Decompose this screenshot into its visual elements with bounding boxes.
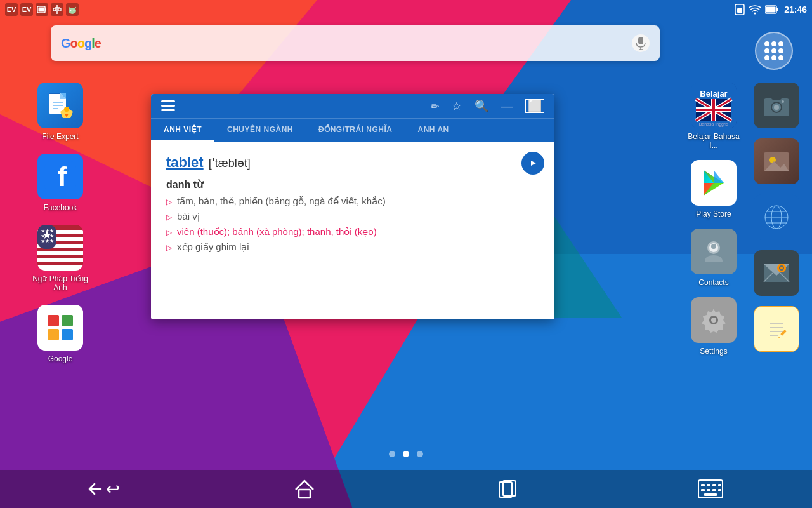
status-icon-ev1: EV — [5, 3, 18, 16]
svg-rect-105 — [499, 482, 512, 497]
svg-rect-110 — [712, 484, 716, 486]
svg-rect-109 — [707, 484, 710, 486]
svg-point-69 — [711, 318, 716, 323]
file-expert-label: File Expert — [42, 132, 78, 141]
svg-point-14 — [754, 13, 756, 15]
svg-rect-6 — [58, 8, 61, 11]
app-icon-vn-grammar[interactable]: ★ ★★★ ★★★ ★★★ Ngữ Pháp Tiếng Anh — [32, 225, 89, 292]
svg-rect-22 — [49, 93, 60, 94]
dict-tab-anh-viet[interactable]: ANH VIỆT — [151, 119, 214, 142]
svg-rect-111 — [701, 489, 705, 491]
svg-text:Belajar: Belajar — [700, 89, 727, 98]
svg-rect-104 — [299, 490, 310, 498]
notes-icon-img — [754, 306, 799, 352]
dict-star-icon[interactable]: ☆ — [452, 99, 462, 113]
wifi-icon — [749, 4, 761, 15]
svg-rect-113 — [712, 489, 716, 491]
desktop-icons-left: File Expert f Facebook — [32, 83, 89, 363]
app-icon-contacts[interactable]: Contacts — [685, 229, 742, 287]
app-icon-play-store[interactable]: Play Store — [685, 160, 742, 218]
app-icon-email[interactable] — [754, 250, 799, 296]
vn-grammar-icon-img: ★ ★★★ ★★★ ★★★ — [37, 225, 83, 271]
svg-marker-64 — [714, 170, 724, 183]
dict-minimize-icon[interactable]: — — [501, 100, 513, 113]
dict-part-of-speech: danh từ — [166, 178, 539, 190]
dict-word: tablet — [166, 154, 204, 171]
svg-line-11 — [75, 7, 76, 9]
settings-icon-img — [691, 297, 737, 343]
app-icon-belajar[interactable]: Belajar Bahasa Inggris Belajar Bahasa I.… — [685, 83, 742, 150]
play-store-label: Play Store — [696, 210, 731, 218]
status-bar: EV EV — [0, 0, 812, 19]
nav-recents-button[interactable] — [488, 476, 527, 502]
svg-rect-100 — [161, 105, 175, 107]
status-time: 21:46 — [784, 4, 807, 15]
dict-menu-icon[interactable] — [161, 100, 175, 112]
dict-tab-dong-trai-nghia[interactable]: ĐỒNG/TRÁI NGHĨA — [306, 119, 405, 142]
page-dot-1[interactable] — [389, 451, 395, 457]
google-label: Google — [48, 354, 73, 363]
nav-keyboard-button[interactable] — [691, 476, 730, 502]
app-icon-google[interactable]: Google — [32, 305, 89, 363]
dict-audio-button[interactable] — [521, 152, 544, 175]
facebook-label: Facebook — [44, 203, 77, 212]
svg-rect-47 — [48, 329, 59, 340]
dict-meaning-4: ▷ xếp giấy ghim lại — [166, 241, 539, 253]
dictionary-popup: ✏ ☆ 🔍 — ⬜ ANH VIỆT CHUYÊN NGÀNH ĐỒNG/TRÁ… — [151, 94, 554, 319]
vn-grammar-label: Ngữ Pháp Tiếng Anh — [32, 274, 89, 292]
app-icon-photo[interactable] — [754, 138, 799, 184]
dict-meaning-2: ▷ bài vị — [166, 211, 539, 222]
dict-search-icon[interactable]: 🔍 — [475, 99, 488, 113]
contacts-icon-img — [691, 229, 737, 274]
svg-rect-18 — [638, 37, 643, 44]
nav-back-button[interactable]: ↩ — [82, 476, 121, 502]
svg-rect-16 — [776, 8, 778, 11]
dict-header: ✏ ☆ 🔍 — ⬜ — [151, 94, 554, 118]
page-dot-3[interactable] — [417, 451, 423, 457]
svg-rect-45 — [48, 315, 59, 326]
svg-rect-114 — [718, 484, 721, 486]
app-icon-camera[interactable] — [754, 83, 799, 128]
belajar-label: Belajar Bahasa I... — [685, 132, 742, 150]
svg-point-67 — [711, 244, 716, 249]
app-drawer-button[interactable] — [755, 32, 793, 70]
dict-tab-anh-an[interactable]: ANH AN — [405, 119, 462, 142]
app-icon-file-expert[interactable]: File Expert — [32, 83, 89, 141]
belajar-icon-img: Belajar Bahasa Inggris — [691, 83, 737, 128]
app-icon-notes[interactable] — [754, 306, 799, 352]
nav-home-button[interactable] — [285, 476, 324, 502]
search-bar[interactable]: Google — [51, 25, 660, 61]
svg-rect-13 — [737, 8, 742, 13]
desktop-icons-right: Belajar Bahasa Inggris Belajar Bahasa I.… — [685, 83, 742, 356]
app-icon-browser[interactable] — [754, 194, 799, 240]
home-icon — [294, 478, 315, 500]
search-input[interactable] — [108, 37, 632, 50]
page-indicators — [389, 451, 423, 457]
mic-icon[interactable] — [632, 34, 650, 52]
recents-icon — [497, 478, 518, 500]
dict-expand-icon[interactable]: ⬜ — [525, 99, 544, 113]
status-right-icons — [735, 4, 779, 15]
app-icon-facebook[interactable]: f Facebook — [32, 154, 89, 212]
dict-content: tablet [ˈtæblət] danh từ ▷ tấm, bản, thẻ… — [151, 142, 554, 319]
svg-rect-101 — [161, 109, 175, 111]
google-icon-img — [37, 305, 83, 351]
svg-rect-115 — [718, 489, 721, 491]
svg-rect-116 — [704, 493, 717, 496]
dict-pencil-icon[interactable]: ✏ — [431, 100, 439, 112]
svg-text:f: f — [58, 162, 67, 192]
page-dot-2[interactable] — [403, 451, 409, 457]
google-logo: Google — [61, 36, 101, 51]
svg-rect-2 — [39, 8, 44, 12]
svg-rect-92 — [766, 318, 787, 342]
svg-line-10 — [69, 7, 70, 9]
globe-icon-img — [754, 194, 799, 240]
svg-rect-106 — [503, 481, 516, 496]
status-bar-right: 21:46 — [735, 4, 807, 15]
dict-tab-chuyen-nganh[interactable]: CHUYÊN NGÀNH — [214, 119, 306, 142]
battery-full-icon — [765, 5, 779, 14]
back-arrow-icon: ↩ — [106, 481, 120, 497]
app-icon-settings[interactable]: Settings — [685, 297, 742, 356]
svg-rect-108 — [701, 484, 705, 486]
play-store-icon-img — [691, 160, 737, 206]
